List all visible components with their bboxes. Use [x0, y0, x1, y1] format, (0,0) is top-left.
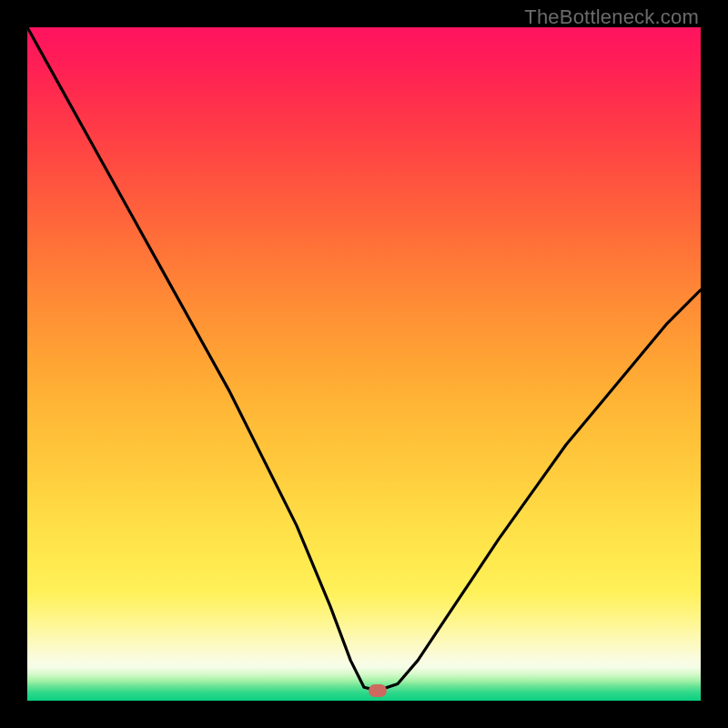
- plot-area: [27, 27, 701, 701]
- chart-stage: TheBottleneck.com: [0, 0, 728, 728]
- optimal-point-marker: [369, 684, 387, 697]
- bottleneck-curve: [27, 27, 701, 701]
- watermark-text: TheBottleneck.com: [524, 5, 699, 29]
